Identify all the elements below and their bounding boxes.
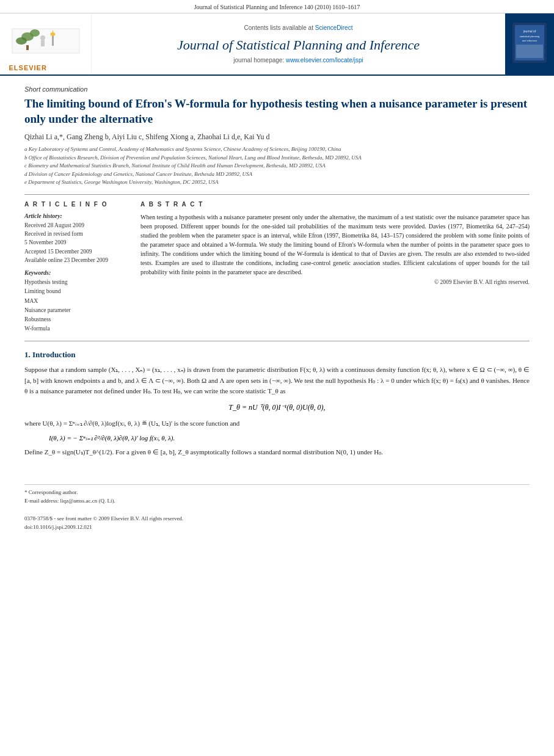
svg-point-8 xyxy=(50,32,55,36)
section1-paragraph2: Define Z_θ = sign(U₁)T_θ^(1/2). For a gi… xyxy=(24,447,530,458)
separator xyxy=(24,194,530,195)
affiliation-d: d Division of Cancer Epidemiology and Ge… xyxy=(24,170,530,179)
journal-title: Journal of Statistical Planning and Infe… xyxy=(177,37,420,53)
svg-point-3 xyxy=(16,37,27,45)
svg-point-5 xyxy=(40,35,45,40)
footer-bottom: 0378-3758/$ - see front matter © 2009 El… xyxy=(0,511,554,535)
affiliation-b: b Office of Biostatistics Research, Divi… xyxy=(24,154,530,162)
article-info-abstract: A R T I C L E I N F O Article history: R… xyxy=(24,201,530,333)
svg-text:journal of: journal of xyxy=(523,29,536,33)
journal-citation: Journal of Statistical Planning and Infe… xyxy=(0,0,554,13)
issn-line: 0378-3758/$ - see front matter © 2009 El… xyxy=(24,515,530,523)
formula2-label: where U(θ, λ) = Σⁿᵢ₌₁ ∂/∂(θ, λ)logf(xᵢ, … xyxy=(24,418,530,429)
citation-text: Journal of Statistical Planning and Infe… xyxy=(194,4,360,10)
keyword-3: Nuisance parameter xyxy=(24,306,128,315)
affiliation-c: c Biometry and Mathematical Statistics B… xyxy=(24,162,530,170)
history-item-1: Received in revised form xyxy=(24,230,128,238)
article-info-col: A R T I C L E I N F O Article history: R… xyxy=(24,201,128,333)
abstract-heading: A B S T R A C T xyxy=(140,201,530,208)
elsevier-brand-text: ELSEVIER xyxy=(9,64,82,71)
journal-header: ELSEVIER Contents lists available at Sci… xyxy=(0,13,554,76)
elsevier-logo-box: ELSEVIER xyxy=(9,26,82,62)
keyword-0: Hypothesis testing xyxy=(24,278,128,287)
journal-center-header: Contents lists available at ScienceDirec… xyxy=(92,13,505,75)
svg-point-2 xyxy=(30,29,40,37)
separator-2 xyxy=(24,341,530,341)
history-item-2: 5 November 2009 xyxy=(24,238,128,247)
journal-homepage: journal homepage: www.elsevier.com/locat… xyxy=(233,57,363,64)
history-item-3: Accepted 15 December 2009 xyxy=(24,247,128,256)
svg-rect-7 xyxy=(52,35,54,46)
abstract-col: A B S T R A C T When testing a hypothesi… xyxy=(140,201,530,333)
formula3: I(θ, λ) = − Σⁿᵢ₌₁ ∂²/∂(θ, λ)∂(θ, λ)' log… xyxy=(49,434,530,442)
keyword-4: Robustness xyxy=(24,315,128,324)
article-category: Short communication xyxy=(24,85,530,93)
affiliation-a: a Key Laboratory of Systems and Control,… xyxy=(24,145,530,154)
homepage-link[interactable]: www.elsevier.com/locate/jspi xyxy=(286,57,363,64)
section1-paragraph1: Suppose that a random sample (X₁, . . . … xyxy=(24,365,530,397)
authors-line: Qizhai Li a,*, Gang Zheng b, Aiyi Liu c,… xyxy=(24,133,530,142)
elsevier-logo-area: ELSEVIER xyxy=(0,13,92,75)
history-item-4: Available online 23 December 2009 xyxy=(24,256,128,264)
keyword-5: W-formula xyxy=(24,324,128,333)
history-title: Article history: xyxy=(24,213,128,219)
article-info-heading: A R T I C L E I N F O xyxy=(24,201,128,208)
copyright-line: © 2009 Elsevier B.V. All rights reserved… xyxy=(140,279,530,285)
doi-line: doi:10.1016/j.jspi.2009.12.021 xyxy=(24,523,530,532)
section1-title: 1. Introduction xyxy=(24,350,530,360)
svg-rect-4 xyxy=(26,45,29,50)
elsevier-tree-icon xyxy=(9,26,82,59)
svg-rect-15 xyxy=(516,45,543,58)
keywords-title: Keywords: xyxy=(24,269,128,276)
journal-logo-right: journal of statistical planning and infe… xyxy=(505,13,554,75)
svg-text:and inference: and inference xyxy=(522,39,538,42)
affiliation-e: e Department of Statistics, George Washi… xyxy=(24,178,530,187)
article-title: The limiting bound of Efron's W-formula … xyxy=(24,96,530,126)
journal-cover-icon: journal of statistical planning and infe… xyxy=(511,21,548,64)
keyword-1: Limiting bound xyxy=(24,287,128,296)
footer-separator: * Corresponding author. E-mail address: … xyxy=(24,484,530,505)
svg-text:statistical planning: statistical planning xyxy=(520,35,540,38)
abstract-text: When testing a hypothesis with a nuisanc… xyxy=(140,213,530,277)
sciencedirect-link[interactable]: ScienceDirect xyxy=(315,24,353,31)
journal-logo-right-text: journal of statistical planning and infe… xyxy=(509,19,550,68)
main-content: Short communication The limiting bound o… xyxy=(0,76,554,472)
svg-rect-6 xyxy=(41,40,45,46)
keywords-list: Hypothesis testing Limiting bound MAX Nu… xyxy=(24,278,128,333)
history-item-0: Received 28 August 2009 xyxy=(24,221,128,230)
affiliations: a Key Laboratory of Systems and Control,… xyxy=(24,145,530,187)
sciencedirect-line: Contents lists available at ScienceDirec… xyxy=(244,24,353,31)
corresponding-author: * Corresponding author. E-mail address: … xyxy=(24,489,530,505)
page: Journal of Statistical Planning and Infe… xyxy=(0,0,554,756)
formula1: T_θ = nU ᵀ(θ, 0)I⁻¹(θ, 0)U(θ, 0), xyxy=(24,403,530,412)
keyword-2: MAX xyxy=(24,297,128,306)
